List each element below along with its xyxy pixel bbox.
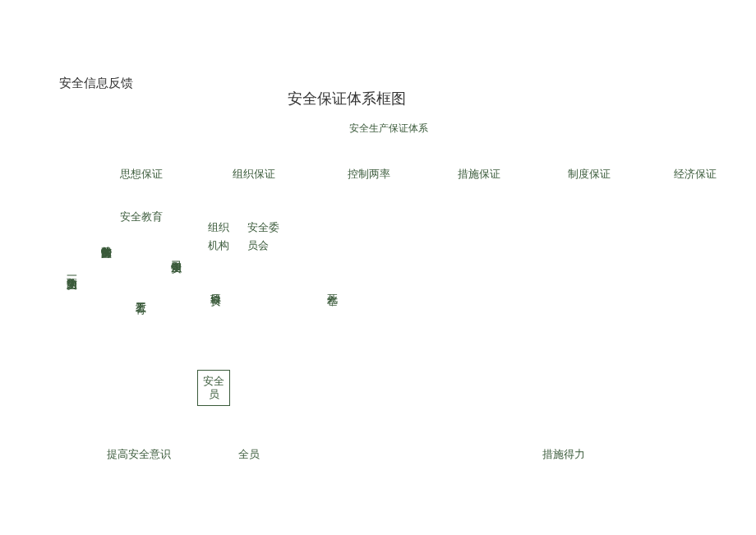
box-safety-member: 安全员 <box>197 370 230 406</box>
node-org-body-2: 机构 <box>208 238 229 253</box>
node-measures: 措施保证 <box>458 167 500 182</box>
node-awareness: 提高安全意识 <box>107 447 171 462</box>
node-economic: 经济保证 <box>674 167 717 182</box>
box-safety-member-label: 安全员 <box>198 375 229 400</box>
node-org-body-1: 组织 <box>208 220 229 235</box>
node-safety-committee-2: 员会 <box>247 238 269 253</box>
node-control: 控制两率 <box>348 167 390 182</box>
diagram-title: 安全保证体系框图 <box>288 89 406 108</box>
node-organization: 组织保证 <box>233 167 275 182</box>
node-thought: 思想保证 <box>120 167 163 182</box>
node-safety-education: 安全教育 <box>120 210 163 224</box>
page-header: 安全信息反馈 <box>59 76 133 91</box>
node-effective: 措施得力 <box>542 447 585 462</box>
diagram-subtitle: 安全生产保证体系 <box>349 122 428 136</box>
node-all-staff: 全员 <box>238 447 260 462</box>
node-safety-committee-1: 安全委 <box>247 220 279 235</box>
node-system: 制度保证 <box>568 167 611 182</box>
